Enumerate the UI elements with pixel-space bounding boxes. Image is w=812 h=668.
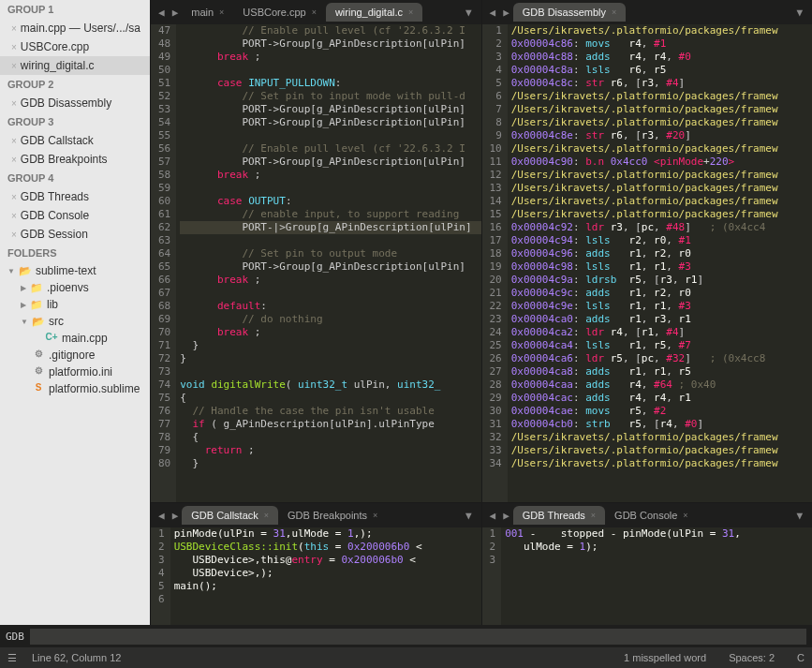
close-icon[interactable]: × bbox=[11, 211, 17, 221]
sidebar-file[interactable]: ×GDB Disassembly bbox=[0, 94, 150, 112]
code-line[interactable]: break ; bbox=[180, 326, 480, 339]
code-line[interactable]: PORT->Group[g_APinDescription[ulPin] bbox=[180, 103, 480, 116]
code-line[interactable]: pinMode(ulPin = 31,ulMode = 1,); bbox=[174, 527, 481, 541]
sidebar-file[interactable]: ×wiring_digital.c bbox=[0, 56, 150, 75]
sidebar-file[interactable]: ×GDB Session bbox=[0, 225, 150, 244]
code-line[interactable]: /Users/ikravets/.platformio/packages/fra… bbox=[511, 457, 812, 470]
tab-close-icon[interactable]: × bbox=[219, 7, 224, 17]
code-area[interactable]: 1234567891011121314151617181920212223242… bbox=[482, 24, 813, 502]
code-line[interactable]: PORT->Group[g_APinDescription[ulPin] bbox=[180, 156, 480, 169]
tab[interactable]: wiring_digital.c× bbox=[326, 3, 422, 22]
code-line[interactable]: 0x00004c90: b.n 0x4cc0 <pinMode+220> bbox=[511, 156, 812, 169]
code-line[interactable]: /Users/ikravets/.platformio/packages/fra… bbox=[511, 182, 812, 195]
nav-back-icon[interactable]: ◀ bbox=[155, 7, 169, 19]
nav-fwd-icon[interactable]: ▶ bbox=[499, 7, 513, 19]
nav-back-icon[interactable]: ◀ bbox=[486, 7, 500, 19]
code-line[interactable]: /Users/ikravets/.platformio/packages/fra… bbox=[511, 90, 812, 103]
code-line[interactable]: 0x00004ca8: adds r1, r1, r5 bbox=[511, 365, 812, 379]
code-line[interactable]: default: bbox=[180, 300, 480, 313]
code-line[interactable]: case OUTPUT: bbox=[180, 195, 480, 208]
close-icon[interactable]: × bbox=[11, 192, 17, 202]
code-line[interactable]: 0x00004c94: lsls r2, r0, #1 bbox=[511, 234, 812, 247]
code-line[interactable]: ▸ PORT-|>Group[g_APinDescription[ulPin] bbox=[180, 221, 480, 234]
sidebar-file[interactable]: ×USBCore.cpp bbox=[0, 37, 150, 56]
code-line[interactable]: PORT->Group[g_APinDescription[ulPin] bbox=[180, 37, 480, 51]
code-line[interactable]: if ( g_APinDescription[ulPin].ulPinType bbox=[180, 418, 480, 431]
code-line[interactable]: /Users/ikravets/.platformio/packages/fra… bbox=[511, 24, 812, 37]
sidebar-file[interactable]: ×GDB Breakpoints bbox=[0, 150, 150, 169]
code-line[interactable]: } bbox=[180, 339, 480, 352]
code-line[interactable] bbox=[174, 593, 481, 606]
code-line[interactable]: 0x00004c8a: lsls r6, r5 bbox=[511, 64, 812, 77]
tab[interactable]: GDB Breakpoints× bbox=[278, 506, 387, 525]
code-line[interactable]: USBDevice>,); bbox=[174, 567, 481, 580]
code-line[interactable]: 0x00004cac: adds r4, r4, r1 bbox=[511, 392, 812, 405]
code-line[interactable]: main(); bbox=[174, 580, 481, 593]
code-area[interactable]: 123 001 - stopped - pinMode(ulPin = 31, … bbox=[482, 527, 813, 625]
code-line[interactable]: 0x00004c98: lsls r1, r1, #3 bbox=[511, 260, 812, 274]
code-line[interactable] bbox=[180, 365, 480, 379]
code-line[interactable]: 0x00004caa: adds r4, #64 ; 0x40 bbox=[511, 379, 812, 392]
tab-overflow-icon[interactable]: ▼ bbox=[790, 510, 808, 522]
sidebar-file[interactable]: ×GDB Console bbox=[0, 206, 150, 225]
code-line[interactable]: 0x00004c88: adds r4, r4, #0 bbox=[511, 51, 812, 64]
tab-close-icon[interactable]: × bbox=[408, 7, 413, 17]
folder-row[interactable]: ▶📁lib bbox=[0, 296, 150, 313]
close-icon[interactable]: × bbox=[11, 136, 17, 146]
code-line[interactable]: // Set pin to input mode with pull-d bbox=[180, 90, 480, 103]
menu-icon[interactable]: ☰ bbox=[7, 652, 17, 664]
tab-close-icon[interactable]: × bbox=[264, 511, 269, 520]
close-icon[interactable]: × bbox=[11, 155, 17, 165]
code-area[interactable]: 4748495051525354555657585960616263646566… bbox=[151, 24, 481, 502]
code-line[interactable]: return ; bbox=[180, 444, 480, 457]
code-line[interactable]: 0x00004c9c: adds r1, r2, r0 bbox=[511, 287, 812, 300]
code-line[interactable] bbox=[180, 182, 480, 195]
code-line[interactable]: /Users/ikravets/.platformio/packages/fra… bbox=[511, 431, 812, 444]
close-icon[interactable]: × bbox=[11, 230, 17, 240]
code-line[interactable]: /Users/ikravets/.platformio/packages/fra… bbox=[511, 208, 812, 221]
tab-close-icon[interactable]: × bbox=[612, 7, 616, 17]
file-row[interactable]: ⚙platformio.ini bbox=[0, 364, 150, 380]
code-line[interactable]: 001 - stopped - pinMode(ulPin = 31, bbox=[505, 527, 812, 541]
tab[interactable]: GDB Console× bbox=[605, 506, 698, 525]
code-line[interactable]: { bbox=[180, 392, 480, 405]
code-line[interactable]: 0x00004c9e: lsls r1, r1, #3 bbox=[511, 300, 812, 313]
tab[interactable]: GDB Threads× bbox=[513, 506, 605, 525]
code-line[interactable]: /Users/ikravets/.platformio/packages/fra… bbox=[511, 142, 812, 156]
tab-close-icon[interactable]: × bbox=[312, 7, 317, 17]
folder-row[interactable]: ▼📂sublime-text bbox=[0, 262, 150, 279]
code-line[interactable]: { bbox=[180, 431, 480, 444]
close-icon[interactable]: × bbox=[11, 42, 17, 52]
code-line[interactable] bbox=[180, 64, 480, 77]
nav-back-icon[interactable]: ◀ bbox=[486, 510, 500, 522]
code-line[interactable]: 0x00004ca6: ldr r5, [pc, #32] ; (0x4cc8 bbox=[511, 352, 812, 365]
code-line[interactable]: 0x00004c8c: str r6, [r3, #4] bbox=[511, 77, 812, 90]
close-icon[interactable]: × bbox=[11, 61, 17, 71]
file-row[interactable]: Splatformio.sublime bbox=[0, 380, 150, 397]
code-line[interactable]: ▸0x00004c92: ldr r3, [pc, #48] ; (0x4cc4 bbox=[511, 221, 812, 234]
tab[interactable]: GDB Callstack× bbox=[182, 506, 278, 525]
indent-status[interactable]: Spaces: 2 bbox=[729, 652, 775, 663]
sidebar-file[interactable]: ×GDB Callstack bbox=[0, 131, 150, 150]
code-line[interactable] bbox=[505, 554, 812, 567]
code-line[interactable]: // Handle the case the pin isn't usable bbox=[180, 405, 480, 418]
code-line[interactable]: } bbox=[180, 352, 480, 365]
code-line[interactable]: 0x00004ca0: adds r1, r3, r1 bbox=[511, 313, 812, 326]
nav-back-icon[interactable]: ◀ bbox=[155, 510, 169, 522]
folder-row[interactable]: ▶📁.pioenvs bbox=[0, 279, 150, 296]
code-line[interactable]: PORT->Group[g_APinDescription[ulPin] bbox=[180, 260, 480, 274]
folder-row[interactable]: ▼📂src bbox=[0, 313, 150, 330]
tab-overflow-icon[interactable]: ▼ bbox=[460, 7, 478, 19]
code-line[interactable]: ulMode = 1); bbox=[505, 541, 812, 554]
gdb-input[interactable] bbox=[30, 629, 806, 645]
nav-fwd-icon[interactable]: ▶ bbox=[169, 510, 183, 522]
code-line[interactable]: break ; bbox=[180, 274, 480, 287]
file-row[interactable]: C+main.cpp bbox=[0, 330, 150, 347]
code-line[interactable]: break ; bbox=[180, 51, 480, 64]
code-line[interactable]: /Users/ikravets/.platformio/packages/fra… bbox=[511, 169, 812, 182]
code-line[interactable]: 0x00004c9a: ldrsb r5, [r3, r1] bbox=[511, 274, 812, 287]
code-line[interactable]: void digitalWrite( uint32_t ulPin, uint3… bbox=[180, 379, 480, 392]
code-line[interactable] bbox=[180, 287, 480, 300]
tab-close-icon[interactable]: × bbox=[683, 511, 687, 520]
close-icon[interactable]: × bbox=[11, 98, 17, 109]
